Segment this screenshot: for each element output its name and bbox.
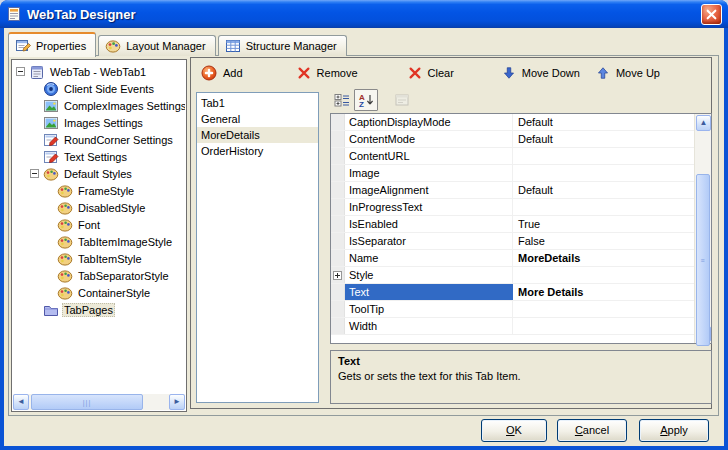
- property-value[interactable]: [513, 148, 694, 164]
- tree-item-label: TabPages: [62, 303, 115, 317]
- tree-item-text-settings[interactable]: Text Settings: [13, 148, 185, 165]
- list-item-orderhistory[interactable]: OrderHistory: [197, 143, 318, 159]
- tree-item-tabitemstyle[interactable]: TabItemStyle: [13, 250, 185, 267]
- property-row-isseparator[interactable]: IsSeparatorFalse: [331, 233, 694, 250]
- palette-icon: [57, 217, 73, 233]
- property-value[interactable]: True: [513, 216, 694, 232]
- property-name[interactable]: CaptionDisplayMode: [345, 114, 513, 130]
- tab-structure-manager[interactable]: Structure Manager: [218, 35, 347, 56]
- title-bar[interactable]: WebTab Designer: [0, 0, 728, 28]
- property-row-isenabled[interactable]: IsEnabledTrue: [331, 216, 694, 233]
- close-icon: [706, 9, 717, 20]
- property-name[interactable]: IsSeparator: [345, 233, 513, 249]
- tree-item-webtab-webtab1[interactable]: WebTab - WebTab1: [13, 63, 185, 80]
- sort-alphabetical-button[interactable]: [354, 89, 378, 111]
- property-value[interactable]: [513, 301, 694, 317]
- property-value[interactable]: Default: [513, 182, 694, 198]
- list-item-tab1[interactable]: Tab1: [197, 95, 318, 111]
- scroll-track[interactable]: |||: [29, 394, 169, 410]
- tree-item-tabseparatorstyle[interactable]: TabSeparatorStyle: [13, 267, 185, 284]
- scroll-up-button[interactable]: ▲: [696, 115, 711, 131]
- tree-item-label: WebTab - WebTab1: [48, 65, 148, 79]
- property-row-image[interactable]: Image: [331, 165, 694, 182]
- tree-item-tabitemimagestyle[interactable]: TabItemImageStyle: [13, 233, 185, 250]
- remove-button[interactable]: Remove: [293, 64, 362, 82]
- add-icon: [201, 65, 217, 81]
- add-button[interactable]: Add: [197, 63, 247, 83]
- apply-button[interactable]: Apply: [639, 419, 709, 442]
- property-name[interactable]: Name: [345, 250, 513, 266]
- tree-item-framestyle[interactable]: FrameStyle: [13, 182, 185, 199]
- property-name[interactable]: ContentURL: [345, 148, 513, 164]
- tree-item-roundcorner-settings[interactable]: RoundCorner Settings: [13, 131, 185, 148]
- scroll-right-button[interactable]: ►: [169, 394, 185, 410]
- property-value[interactable]: [513, 165, 694, 181]
- tree-item-disabledstyle[interactable]: DisabledStyle: [13, 199, 185, 216]
- expand-toggle-icon[interactable]: [333, 271, 342, 280]
- tab-layout-manager[interactable]: Layout Manager: [98, 35, 216, 56]
- property-name[interactable]: ContentMode: [345, 131, 513, 147]
- property-row-contentmode[interactable]: ContentModeDefault: [331, 131, 694, 148]
- row-margin: [331, 301, 345, 317]
- tab-properties[interactable]: Properties: [8, 32, 96, 57]
- tab-items-editor-panel: Add Remove Clear Move Down: [190, 57, 712, 409]
- collapse-toggle-icon[interactable]: [16, 67, 25, 76]
- property-name[interactable]: ToolTip: [345, 301, 513, 317]
- property-value[interactable]: Default: [513, 131, 694, 147]
- move-up-button[interactable]: Move Up: [592, 64, 664, 82]
- row-margin: [331, 199, 345, 215]
- property-name[interactable]: Width: [345, 318, 513, 334]
- tree-item-tabpages[interactable]: TabPages: [13, 301, 185, 318]
- property-value[interactable]: [513, 199, 694, 215]
- property-row-width[interactable]: Width: [331, 318, 694, 335]
- property-value[interactable]: [513, 318, 694, 334]
- tree-item-default-styles[interactable]: Default Styles: [13, 165, 185, 182]
- categorized-button[interactable]: [330, 89, 354, 111]
- tree-item-client-side-events[interactable]: Client Side Events: [13, 80, 185, 97]
- property-value[interactable]: More Details: [513, 284, 694, 300]
- window-title: WebTab Designer: [27, 7, 701, 22]
- property-name[interactable]: InProgressText: [345, 199, 513, 215]
- property-name[interactable]: Style: [345, 267, 513, 283]
- property-row-style[interactable]: Style: [331, 267, 694, 284]
- tree-item-images-settings[interactable]: Images Settings: [13, 114, 185, 131]
- collapse-toggle-icon[interactable]: [30, 169, 39, 178]
- property-name[interactable]: Image: [345, 165, 513, 181]
- property-name[interactable]: Text: [345, 284, 513, 300]
- property-row-captiondisplaymode[interactable]: CaptionDisplayModeDefault: [331, 114, 694, 131]
- grid-vertical-scrollbar[interactable]: ▲ ≡ ▼: [694, 114, 711, 343]
- property-row-tooltip[interactable]: ToolTip: [331, 301, 694, 318]
- tree-item-containerstyle[interactable]: ContainerStyle: [13, 284, 185, 301]
- row-margin: [331, 165, 345, 181]
- property-name[interactable]: ImageAlignment: [345, 182, 513, 198]
- images-icon: [43, 98, 59, 114]
- property-row-name[interactable]: NameMoreDetails: [331, 250, 694, 267]
- property-value[interactable]: Default: [513, 114, 694, 130]
- cancel-button[interactable]: Cancel: [557, 419, 627, 442]
- property-row-imagealignment[interactable]: ImageAlignmentDefault: [331, 182, 694, 199]
- property-row-contenturl[interactable]: ContentURL: [331, 148, 694, 165]
- property-value[interactable]: [513, 267, 694, 283]
- scroll-left-button[interactable]: ◄: [13, 394, 29, 410]
- tree-horizontal-scrollbar[interactable]: ◄ ||| ►: [13, 394, 185, 410]
- scroll-thumb[interactable]: ≡: [696, 174, 710, 346]
- scroll-track[interactable]: ≡: [695, 132, 711, 325]
- property-value[interactable]: False: [513, 233, 694, 249]
- property-name[interactable]: IsEnabled: [345, 216, 513, 232]
- ok-button[interactable]: OK: [481, 419, 547, 442]
- clear-button[interactable]: Clear: [404, 64, 458, 82]
- scroll-thumb[interactable]: |||: [31, 394, 143, 410]
- close-button[interactable]: [701, 4, 722, 25]
- property-row-inprogresstext[interactable]: InProgressText: [331, 199, 694, 216]
- property-row-text[interactable]: TextMore Details: [331, 284, 694, 301]
- move-down-button[interactable]: Move Down: [498, 64, 584, 82]
- categorized-icon: [334, 92, 350, 108]
- tree-item-compleximages-settings[interactable]: ComplexImages Settings: [13, 97, 185, 114]
- row-margin: [331, 233, 345, 249]
- property-pages-icon: [394, 92, 410, 108]
- list-item-general[interactable]: General: [197, 111, 318, 127]
- list-item-moredetails[interactable]: MoreDetails: [197, 127, 318, 143]
- tree-item-label: ComplexImages Settings: [62, 99, 185, 113]
- property-value[interactable]: MoreDetails: [513, 250, 694, 266]
- tree-item-font[interactable]: Font: [13, 216, 185, 233]
